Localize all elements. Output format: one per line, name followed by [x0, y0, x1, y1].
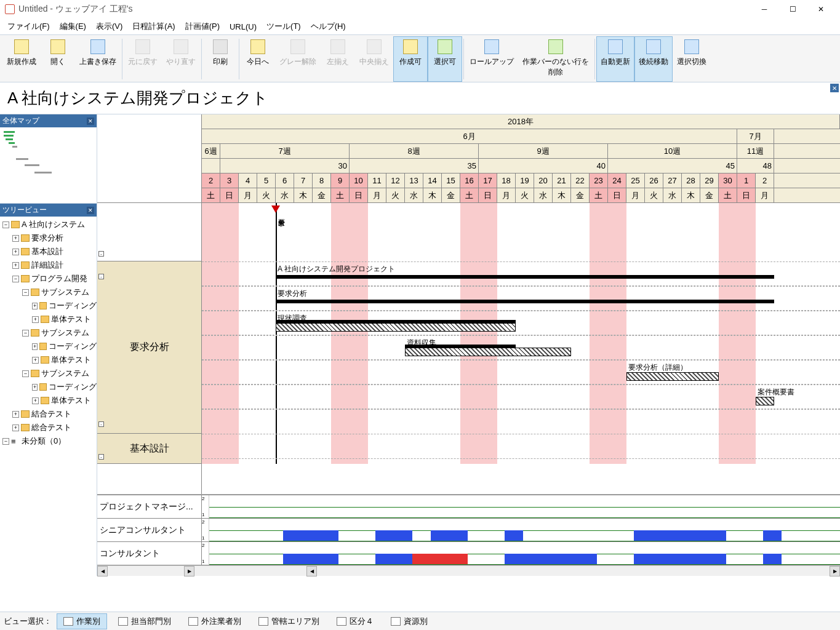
menu-schedule[interactable]: 日程計算(A)	[127, 19, 180, 34]
menu-url[interactable]: URL(U)	[225, 20, 262, 33]
tree-toggle[interactable]: +	[12, 411, 19, 418]
scroll-left-button[interactable]: ◀	[97, 566, 108, 576]
resource-chart-pm[interactable]	[209, 495, 840, 518]
tb-del-empty[interactable]: 作業バーのない行を 削除	[518, 36, 593, 82]
view-by-task[interactable]: 作業別	[57, 613, 107, 629]
close-button[interactable]: ✕	[807, 0, 835, 18]
menu-view[interactable]: 表示(V)	[91, 19, 127, 34]
tb-undo[interactable]: 元に戻す	[124, 36, 162, 82]
tree-item[interactable]: +単体テスト	[0, 353, 97, 367]
tb-align-left[interactable]: 左揃え	[321, 36, 355, 82]
view-by-area[interactable]: 管轄エリア別	[252, 614, 326, 629]
tree-view[interactable]: −A 社向けシステム+要求分析+基本設計+詳細設計−プログラム開発−サブシステム…	[0, 217, 97, 576]
gantt-body[interactable]: 要求分析A 社向けシステム開発プロジェクト要求分析現状調査資料収集要求分析（詳細…	[202, 203, 840, 464]
scroll-right-button[interactable]: ▶	[184, 566, 194, 576]
row-toggle[interactable]: -	[98, 454, 104, 460]
tb-align-center[interactable]: 中央揃え	[355, 36, 393, 82]
tb-move-next[interactable]: 後続移動	[634, 36, 673, 82]
tree-toggle[interactable]: +	[32, 316, 39, 323]
tree-toggle[interactable]: −	[12, 276, 19, 282]
scroll-left-button[interactable]: ◀	[306, 566, 317, 576]
tb-rollup[interactable]: ロールアップ	[465, 36, 518, 82]
tree-item[interactable]: +総合テスト	[0, 421, 97, 434]
view-icon	[337, 617, 346, 626]
menu-tool[interactable]: ツール(T)	[262, 19, 306, 34]
tree-item[interactable]: +コーディング	[0, 340, 97, 353]
tree-toggle[interactable]: +	[32, 357, 39, 364]
tb-print[interactable]: 印刷	[203, 36, 238, 82]
view-icon	[391, 617, 401, 626]
tree-toggle[interactable]: +	[32, 384, 38, 391]
save-icon	[90, 39, 105, 54]
tb-auto-update[interactable]: 自動更新	[596, 36, 634, 82]
tree-item[interactable]: +単体テスト	[0, 394, 97, 407]
view-by-resource[interactable]: 資源別	[385, 614, 434, 629]
left-pane: 全体マップ ✕ ツリービュー ✕ −A 社向けシステム+要求分析+基本設計+詳細…	[0, 114, 97, 576]
tb-today[interactable]: 今日へ	[241, 36, 275, 82]
tree-item[interactable]: +要求分析	[0, 231, 97, 245]
tree-toggle[interactable]: −	[2, 221, 9, 228]
tree-item[interactable]: −サブシステム	[0, 285, 97, 299]
tree-toggle[interactable]: +	[12, 262, 19, 269]
tb-redo[interactable]: やり直す	[162, 36, 200, 82]
tree-item[interactable]: −サブシステム	[0, 326, 97, 340]
tree-toggle[interactable]: +	[32, 303, 38, 309]
menu-plan[interactable]: 計画値(P)	[180, 19, 225, 34]
view-by-cat4[interactable]: 区分４	[330, 614, 380, 629]
row-toggle[interactable]: -	[98, 421, 104, 427]
tree-item[interactable]: −≡未分類（0）	[0, 434, 97, 448]
tree-toggle[interactable]: +	[12, 249, 19, 255]
tree-toggle[interactable]: +	[12, 235, 19, 242]
tb-switch-sel[interactable]: 選択切換	[673, 36, 711, 82]
row-toggle[interactable]: -	[98, 251, 104, 257]
resource-chart-senior[interactable]	[209, 519, 840, 541]
tree-item[interactable]: +基本設計	[0, 245, 97, 258]
tree-item[interactable]: +結合テスト	[0, 407, 97, 421]
resource-row-consultant: コンサルタント 21	[97, 542, 840, 565]
tb-open[interactable]: 開く	[41, 36, 75, 82]
tree-item[interactable]: −プログラム開発	[0, 272, 97, 285]
tree-item[interactable]: +詳細設計	[0, 258, 97, 272]
menubar: ファイル(F) 編集(E) 表示(V) 日程計算(A) 計画値(P) URL(U…	[0, 18, 840, 34]
gantt-chart[interactable]: 2018年 6月7月 6週7週8週9週10週11週 3035404548 234…	[202, 114, 840, 494]
resource-row-pm: プロジェクトマネージ... 21	[97, 495, 840, 519]
menu-help[interactable]: ヘルプ(H)	[306, 19, 351, 34]
menu-edit[interactable]: 編集(E)	[55, 19, 91, 34]
tree-item[interactable]: +コーディング	[0, 380, 97, 394]
tree-toggle[interactable]: +	[32, 343, 38, 350]
minimap[interactable]	[0, 127, 97, 204]
section-close-button[interactable]: ✕	[830, 84, 839, 92]
folder-icon	[21, 410, 30, 418]
resource-chart-consultant[interactable]	[209, 542, 840, 565]
maximize-button[interactable]: ☐	[778, 0, 807, 18]
tb-save[interactable]: 上書き保存	[75, 36, 121, 82]
gray-icon	[290, 39, 305, 54]
menu-file[interactable]: ファイル(F)	[2, 19, 55, 34]
tree-close-button[interactable]: ✕	[87, 207, 94, 214]
tree-toggle[interactable]: −	[22, 289, 29, 296]
tb-new[interactable]: 新規作成	[2, 36, 41, 82]
row-group-basic: 基本設計 -	[97, 434, 201, 464]
view-by-dept[interactable]: 担当部門別	[112, 614, 177, 629]
tree-toggle[interactable]: −	[22, 370, 29, 377]
hscroll[interactable]: ◀ ▶ ◀ ▶	[97, 565, 840, 576]
scroll-right-button[interactable]: ▶	[830, 566, 840, 576]
tree-item[interactable]: +単体テスト	[0, 313, 97, 326]
separator	[239, 39, 239, 79]
tree-item[interactable]: −A 社向けシステム	[0, 218, 97, 231]
tb-create-ok[interactable]: 作成可	[393, 36, 428, 82]
view-by-vendor[interactable]: 外注業者別	[182, 614, 247, 629]
tree-item[interactable]: +コーディング	[0, 299, 97, 313]
minimap-close-button[interactable]: ✕	[87, 118, 94, 125]
tree-toggle[interactable]: −	[2, 438, 9, 445]
row-toggle[interactable]: -	[98, 274, 104, 279]
minimize-button[interactable]: ─	[750, 0, 778, 18]
tree-toggle[interactable]: −	[22, 330, 29, 337]
view-icon	[63, 617, 73, 626]
tree-toggle[interactable]: +	[12, 425, 19, 431]
tb-gray[interactable]: グレー解除	[275, 36, 321, 82]
tree-toggle[interactable]: +	[32, 397, 39, 404]
tree-item[interactable]: −サブシステム	[0, 367, 97, 380]
tb-select-ok[interactable]: 選択可	[428, 36, 462, 82]
folder-icon	[31, 329, 39, 337]
